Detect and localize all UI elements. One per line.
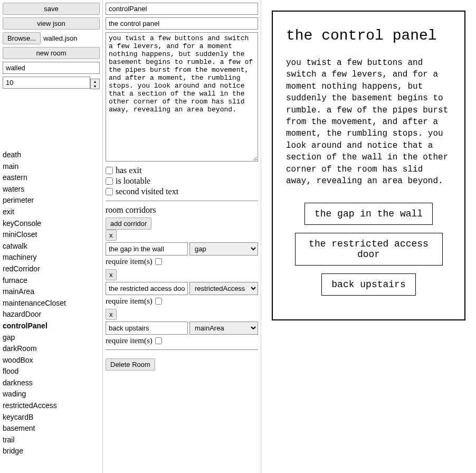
room-list-item[interactable]: machinery <box>3 252 100 263</box>
room-list-item[interactable]: bridge <box>3 446 100 457</box>
room-list-item[interactable]: perimeter <box>3 195 100 206</box>
room-list-item[interactable]: redCorridor <box>3 263 100 275</box>
room-list-item[interactable]: furnace <box>3 275 100 287</box>
room-list-item[interactable]: gap <box>3 332 100 344</box>
preview-corridor-link[interactable]: back upstairs <box>321 273 415 296</box>
room-list: deathmaineasternwatersperimeterexitkeyCo… <box>3 149 100 457</box>
corridor-label-input[interactable] <box>106 282 188 295</box>
preview-corridor-link[interactable]: the gap in the wall <box>304 203 433 225</box>
corridor-block: xgaprequire item(s) <box>106 230 258 266</box>
room-list-item[interactable]: catwalk <box>3 241 100 252</box>
room-list-item[interactable]: eastern <box>3 172 100 184</box>
second-visited-label: second visited text <box>116 187 178 196</box>
spinner-down-icon[interactable]: ▼ <box>91 84 99 89</box>
room-list-item[interactable]: restrictedAccess <box>3 400 100 412</box>
preview-corridor-link[interactable]: the restricted access door <box>295 233 443 266</box>
remove-corridor-button[interactable]: x <box>106 309 117 320</box>
browse-button[interactable]: Browse... <box>3 32 41 44</box>
corridor-label-input[interactable] <box>106 242 188 256</box>
room-id-input[interactable] <box>106 3 258 15</box>
room-list-item[interactable]: darkness <box>3 377 100 389</box>
room-list-item[interactable]: keycardB <box>3 412 100 423</box>
left-panel: save view json Browse... walled.json new… <box>0 0 103 473</box>
number-spinner[interactable]: ▲ ▼ <box>90 79 100 89</box>
corridor-target-select[interactable]: mainArea <box>189 321 258 335</box>
require-items-checkbox[interactable] <box>155 258 162 265</box>
add-corridor-button[interactable]: add corridor <box>106 217 151 230</box>
room-list-item[interactable]: trail <box>3 434 100 446</box>
room-list-item[interactable]: mainArea <box>3 286 100 298</box>
room-list-item[interactable]: main <box>3 161 100 173</box>
is-lootable-checkbox[interactable] <box>106 177 113 185</box>
is-lootable-label: is lootable <box>116 176 150 186</box>
delete-room-button[interactable]: Delete Room <box>106 358 155 371</box>
corridor-target-select[interactable]: gap <box>189 242 258 256</box>
remove-corridor-button[interactable]: x <box>106 230 117 241</box>
room-title-input[interactable] <box>106 17 258 30</box>
number-input[interactable] <box>3 77 90 89</box>
corridor-target-select[interactable]: restrictedAccess <box>189 282 258 295</box>
filename-label: walled.json <box>43 34 77 42</box>
corridors-heading: room corridors <box>106 205 258 215</box>
room-list-item[interactable]: keyConsole <box>3 218 100 230</box>
room-list-item[interactable]: waters <box>3 184 100 195</box>
room-list-item[interactable]: darkRoom <box>3 343 100 355</box>
project-name-input[interactable] <box>3 62 100 74</box>
require-items-label: require item(s) <box>106 297 153 306</box>
room-list-item[interactable]: woodBox <box>3 355 100 366</box>
spinner-up-icon[interactable]: ▲ <box>91 79 99 84</box>
has-exit-label: has exit <box>116 166 141 175</box>
room-list-item[interactable]: wading <box>3 389 100 400</box>
room-list-item[interactable]: death <box>3 149 100 161</box>
require-items-checkbox[interactable] <box>155 298 162 305</box>
view-json-button[interactable]: view json <box>3 17 100 30</box>
save-button[interactable]: save <box>3 3 100 15</box>
require-items-label: require item(s) <box>106 257 153 266</box>
room-list-item[interactable]: exit <box>3 206 100 218</box>
require-items-label: require item(s) <box>106 336 153 345</box>
corridor-block: xrestrictedAccessrequire item(s) <box>106 269 258 306</box>
room-list-item[interactable]: hazardDoor <box>3 309 100 320</box>
preview-title: the control panel <box>286 27 451 44</box>
new-room-button[interactable]: new room <box>3 47 100 59</box>
editor-panel: you twist a few buttons and switch a few… <box>103 0 261 473</box>
room-description-textarea[interactable]: you twist a few buttons and switch a few… <box>106 32 258 162</box>
room-list-item[interactable]: controlPanel <box>3 320 100 332</box>
room-list-item[interactable]: maintenanceCloset <box>3 298 100 309</box>
has-exit-checkbox[interactable] <box>106 167 113 174</box>
preview-panel: the control panel you twist a few button… <box>261 0 476 473</box>
second-visited-checkbox[interactable] <box>106 188 113 195</box>
preview-box: the control panel you twist a few button… <box>272 11 465 320</box>
room-list-item[interactable]: basement <box>3 423 100 434</box>
corridor-block: xmainArearequire item(s) <box>106 309 258 345</box>
room-list-item[interactable]: flood <box>3 366 100 377</box>
corridor-label-input[interactable] <box>106 321 188 335</box>
remove-corridor-button[interactable]: x <box>106 269 117 280</box>
preview-description: you twist a few buttons and switch a few… <box>286 57 451 187</box>
require-items-checkbox[interactable] <box>155 337 162 344</box>
room-list-item[interactable]: miniCloset <box>3 229 100 241</box>
